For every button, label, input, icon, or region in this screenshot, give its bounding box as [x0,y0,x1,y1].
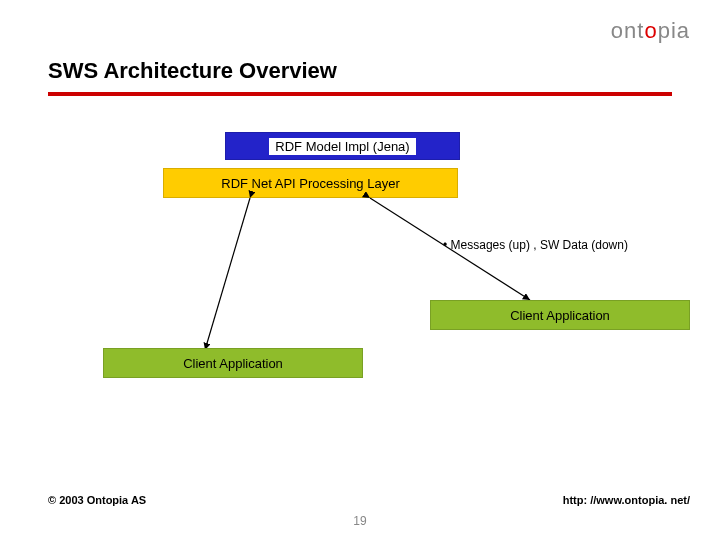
box-rdf-model-label: RDF Model Impl (Jena) [269,138,415,155]
page-title: SWS Architecture Overview [48,58,337,84]
box-rdf-net-api: RDF Net API Processing Layer [163,168,458,198]
brand-logo: ontopia [611,18,690,44]
messages-annotation: • Messages (up) , SW Data (down) [443,238,628,252]
footer-url: http: //www.ontopia. net/ [563,494,690,506]
page-number: 19 [353,514,366,528]
title-underline [48,92,672,96]
box-client-application-left: Client Application [103,348,363,378]
bullet: • [443,238,451,252]
logo-accent: o [644,18,657,43]
box-rdf-model: RDF Model Impl (Jena) [225,132,460,160]
footer-copyright: © 2003 Ontopia AS [48,494,146,506]
box-client-application-right: Client Application [430,300,690,330]
box-client-application-left-label: Client Application [183,356,283,371]
box-client-application-right-label: Client Application [510,308,610,323]
logo-text-1: ont [611,18,645,43]
logo-text-2: pia [658,18,690,43]
messages-text: Messages (up) , SW Data (down) [451,238,628,252]
box-rdf-net-api-label: RDF Net API Processing Layer [221,176,399,191]
svg-line-0 [205,198,250,350]
